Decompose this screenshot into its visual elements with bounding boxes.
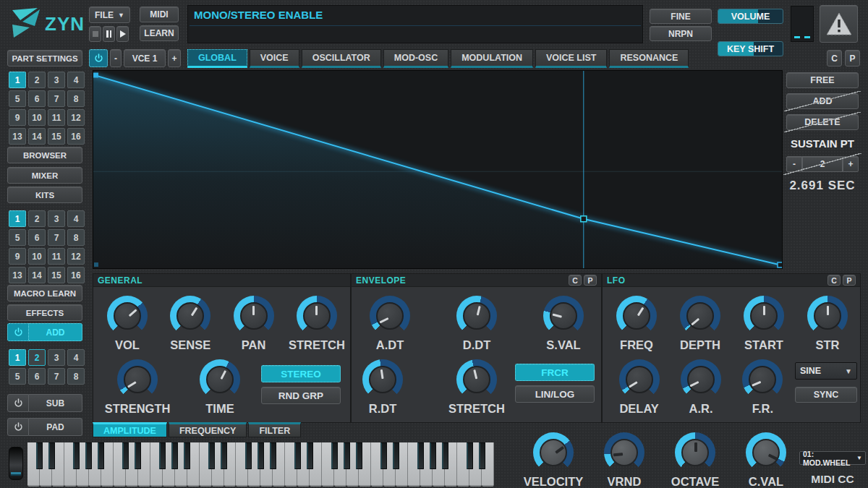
lfo-wave-dropdown[interactable]: SINE ▼ [795, 362, 857, 380]
play-button[interactable] [116, 26, 129, 42]
kit-select-1[interactable]: 1 [9, 210, 26, 227]
knob-delay[interactable] [619, 359, 660, 400]
knob-octave[interactable] [675, 432, 715, 473]
panic-warning-button[interactable] [820, 5, 858, 43]
part-select-12[interactable]: 12 [67, 109, 85, 126]
part-select-8[interactable]: 8 [67, 90, 85, 107]
sustain-plus-button[interactable]: + [843, 156, 859, 172]
kit-select-15[interactable]: 15 [48, 267, 65, 283]
tab-voice[interactable]: VOICE [250, 49, 299, 68]
black-key[interactable] [208, 442, 215, 469]
black-key[interactable] [48, 442, 55, 469]
add-engine-button[interactable]: ADD [29, 323, 82, 341]
pad-power-button[interactable] [7, 418, 29, 436]
knob-stretch[interactable] [456, 359, 497, 400]
black-key[interactable] [442, 442, 448, 469]
kit-select-8[interactable]: 8 [67, 229, 85, 246]
part-select-7[interactable]: 7 [48, 90, 65, 107]
voice-power-button[interactable] [89, 49, 108, 67]
part-select-3[interactable]: 3 [48, 72, 65, 88]
pitch-wheel[interactable] [9, 447, 23, 480]
black-key[interactable] [467, 442, 473, 469]
rnd-grp-toggle[interactable]: RND GRP [261, 387, 341, 404]
knob-c-val[interactable] [746, 432, 786, 473]
knob-str[interactable] [807, 296, 848, 336]
envelope-corner-handle[interactable] [94, 262, 98, 267]
part-select-13[interactable]: 13 [9, 128, 26, 145]
stop-button[interactable] [89, 26, 101, 42]
keyshift-slider-button[interactable]: KEY SHIFT [718, 41, 783, 56]
tab-filter[interactable]: FILTER [248, 422, 301, 437]
kit-select-11[interactable]: 11 [48, 248, 65, 265]
black-key[interactable] [245, 442, 252, 469]
black-key[interactable] [221, 442, 227, 469]
black-key[interactable] [258, 442, 264, 469]
kit-select-9[interactable]: 9 [9, 248, 26, 265]
kit-select-7[interactable]: 7 [48, 229, 65, 246]
tab-mod-osc[interactable]: MOD-OSC [383, 49, 448, 68]
lfo-paste-button[interactable]: P [843, 275, 856, 286]
kit-select-13[interactable]: 13 [9, 267, 26, 283]
knob-vol[interactable] [107, 296, 148, 336]
sustain-minus-button[interactable]: - [786, 156, 802, 172]
part-select-9[interactable]: 9 [9, 109, 26, 126]
envelope-start-handle[interactable] [93, 72, 98, 77]
envelope-end-handle[interactable] [778, 262, 782, 267]
nrpn-button[interactable]: NRPN [650, 26, 712, 41]
voice-select-8[interactable]: 8 [67, 368, 85, 385]
knob-time[interactable] [200, 359, 240, 400]
black-key[interactable] [356, 442, 362, 469]
sub-engine-button[interactable]: SUB [29, 394, 82, 412]
voice-select-4[interactable]: 4 [67, 349, 85, 366]
knob-strength[interactable] [117, 359, 158, 400]
tab-amplitude[interactable]: AMPLITUDE [93, 422, 167, 437]
kit-select-4[interactable]: 4 [67, 210, 85, 227]
voice-select-5[interactable]: 5 [9, 368, 26, 385]
fine-button[interactable]: FINE [650, 9, 712, 24]
black-key[interactable] [380, 442, 387, 469]
black-key[interactable] [85, 442, 92, 469]
part-select-2[interactable]: 2 [28, 72, 46, 88]
knob-stretch[interactable] [297, 296, 337, 336]
knob-depth[interactable] [680, 296, 720, 336]
kit-select-2[interactable]: 2 [28, 210, 46, 227]
black-key[interactable] [135, 442, 141, 469]
browser-button[interactable]: BROWSER [7, 147, 82, 163]
knob-s-val[interactable] [543, 296, 584, 336]
black-key[interactable] [344, 442, 350, 469]
part-select-16[interactable]: 16 [67, 128, 85, 145]
part-select-1[interactable]: 1 [9, 72, 26, 88]
kits-button[interactable]: KITS [7, 187, 82, 203]
kit-select-16[interactable]: 16 [67, 267, 85, 283]
part-select-4[interactable]: 4 [67, 72, 85, 88]
black-key[interactable] [331, 442, 338, 469]
knob-sense[interactable] [170, 296, 210, 336]
midi-cc-dropdown[interactable]: 01: MOD.WHEEL ▼ [799, 451, 866, 465]
sub-power-button[interactable] [7, 394, 29, 412]
forced-release-toggle[interactable]: FRCR [515, 364, 595, 381]
black-key[interactable] [171, 442, 178, 469]
knob-vrnd[interactable] [604, 432, 644, 473]
voice-name-button[interactable]: VCE 1 [124, 49, 166, 67]
part-select-15[interactable]: 15 [48, 128, 65, 145]
black-key[interactable] [159, 442, 166, 469]
voice-minus-button[interactable]: - [110, 49, 122, 67]
black-key[interactable] [122, 442, 129, 469]
black-key[interactable] [294, 442, 301, 469]
kit-select-14[interactable]: 14 [28, 267, 46, 283]
macro-learn-button[interactable]: MACRO LEARN [7, 285, 82, 301]
black-key[interactable] [479, 442, 485, 469]
copy-button[interactable]: C [827, 50, 842, 67]
knob-freq[interactable] [616, 296, 657, 336]
kit-select-12[interactable]: 12 [67, 248, 85, 265]
knob-velocity[interactable] [533, 432, 574, 473]
kit-select-3[interactable]: 3 [48, 210, 65, 227]
voice-select-7[interactable]: 7 [48, 368, 65, 385]
voice-plus-button[interactable]: + [168, 49, 181, 67]
voice-select-3[interactable]: 3 [48, 349, 65, 366]
effects-button[interactable]: EFFECTS [7, 304, 82, 321]
lfo-copy-button[interactable]: C [827, 275, 841, 286]
knob-start[interactable] [744, 296, 784, 336]
black-key[interactable] [417, 442, 424, 469]
tab-global[interactable]: GLOBAL [187, 49, 247, 68]
